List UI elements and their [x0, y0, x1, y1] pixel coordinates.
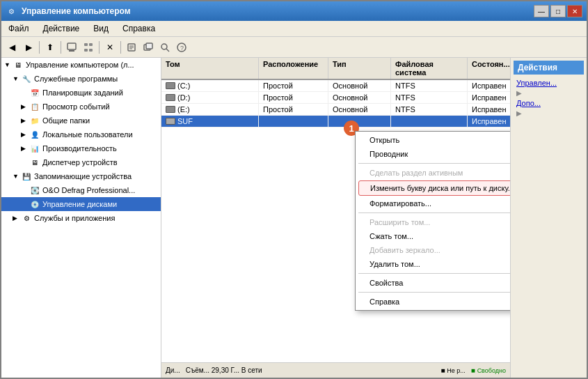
- events-icon: 📋: [29, 101, 40, 112]
- menu-file[interactable]: Файл: [4, 22, 33, 35]
- sidebar-folders-label: Общие папки: [42, 116, 90, 125]
- toolbar-sep-1: [39, 41, 40, 54]
- actions-title: Действия: [514, 61, 584, 75]
- menu-action[interactable]: Действие: [39, 22, 84, 35]
- ctx-delete[interactable]: Удалить том...: [356, 257, 510, 271]
- menu-help[interactable]: Справка: [118, 22, 159, 35]
- sidebar-item-perf[interactable]: ▶ 📊 Производительность: [1, 141, 161, 155]
- legend-not-dist: ■ Не р...: [440, 366, 465, 374]
- cell-status-c: Исправен: [468, 80, 510, 91]
- ctx-explorer[interactable]: Проводник: [356, 147, 510, 161]
- ctx-change-letter[interactable]: Изменить букву диска или путь к диску...: [358, 180, 510, 196]
- sidebar-item-storage[interactable]: ▼ 💾 Запоминающие устройства: [1, 169, 161, 183]
- table-row-selected[interactable]: SUF Исправен: [161, 116, 510, 127]
- new-window-button[interactable]: [141, 40, 156, 55]
- col-type[interactable]: Тип: [328, 58, 391, 79]
- sidebar-perf-label: Производительность: [42, 144, 117, 153]
- ctx-properties[interactable]: Свойства: [356, 276, 510, 290]
- cell-loc-d: Простой: [259, 92, 328, 103]
- action-more[interactable]: Допо...: [514, 98, 584, 109]
- ctx-help[interactable]: Справка: [356, 295, 510, 309]
- cell-name-d: (D:): [161, 92, 259, 103]
- legend-free: ■ Свободно: [471, 366, 506, 374]
- ctx-make-active: Сделать раздел активным: [356, 166, 510, 180]
- up-button[interactable]: ⬆: [42, 40, 58, 55]
- content-pane: Том Расположение Тип Файловая система Со…: [161, 58, 510, 378]
- menu-view[interactable]: Вид: [89, 22, 113, 35]
- col-fs[interactable]: Файловая система: [391, 58, 468, 79]
- sidebar-storage-label: Запоминающие устройства: [34, 172, 132, 180]
- sidebar-item-folders[interactable]: ▶ 📁 Общие папки: [1, 114, 161, 127]
- scheduler-icon: 📅: [29, 87, 40, 98]
- sidebar-item-services[interactable]: ▼ 🔧 Служебные программы: [1, 72, 161, 86]
- help-button[interactable]: ?: [174, 40, 189, 55]
- col-location[interactable]: Расположение: [259, 58, 328, 79]
- window-controls: — □ ✕: [534, 5, 582, 17]
- svg-rect-4: [84, 49, 88, 52]
- no-expand-2-icon: ▶: [21, 103, 28, 110]
- no-expand-4-icon: ▶: [21, 131, 28, 138]
- services-icon: 🔧: [21, 73, 32, 84]
- sidebar-item-defrag[interactable]: 💽 O&O Defrag Professional...: [1, 183, 161, 197]
- ctx-sep-2: [358, 212, 510, 213]
- sidebar-root[interactable]: ▼ 🖥 Управление компьютером (л...: [1, 58, 161, 72]
- sidebar-item-users[interactable]: ▶ 👤 Локальные пользователи: [1, 127, 161, 141]
- cell-status-d: Исправен: [468, 92, 510, 103]
- sidebar-item-diskmgmt[interactable]: 💿 Управление дисками: [1, 197, 161, 211]
- cell-name-suf: SUF: [161, 116, 259, 127]
- sidebar-item-events[interactable]: ▶ 📋 Просмотр событий: [1, 100, 161, 114]
- ctx-format[interactable]: Форматировать...: [356, 196, 510, 210]
- magnify-button[interactable]: [157, 40, 173, 55]
- context-menu: Открыть Проводник Сделать раздел активны…: [355, 131, 510, 311]
- tree-button[interactable]: [81, 40, 96, 55]
- cell-fs-suf: [391, 116, 468, 127]
- minimize-button[interactable]: —: [534, 5, 549, 17]
- table-row[interactable]: (C:) Простой Основной NTFS Исправен: [161, 80, 510, 92]
- computer-icon: 🖥: [13, 59, 24, 70]
- svg-rect-0: [67, 43, 76, 49]
- storage-icon: 💾: [21, 171, 32, 182]
- cell-loc-c: Простой: [259, 80, 328, 91]
- no-expand-5-icon: ▶: [21, 145, 28, 152]
- col-name[interactable]: Том: [161, 58, 259, 79]
- svg-rect-2: [84, 43, 88, 46]
- table-row[interactable]: (E:) Простой Основной NTFS Исправен: [161, 104, 510, 116]
- svg-rect-5: [89, 49, 93, 52]
- action-manage[interactable]: Управлен...: [514, 77, 584, 88]
- sidebar-scheduler-label: Планировщик заданий: [42, 88, 123, 97]
- ctx-open[interactable]: Открыть: [356, 133, 510, 147]
- toolbar-sep-2: [61, 41, 61, 54]
- table-header: Том Расположение Тип Файловая система Со…: [161, 58, 510, 80]
- no-expand-3-icon: ▶: [21, 117, 28, 124]
- show-hide-button[interactable]: [64, 40, 79, 55]
- action-more-expand-icon: ▶: [514, 109, 584, 118]
- forward-button[interactable]: ▶: [21, 40, 36, 55]
- cell-type-c: Основной: [328, 80, 391, 91]
- sidebar-defrag-label: O&O Defrag Professional...: [42, 186, 135, 194]
- sidebar-item-svcapps[interactable]: ▶ ⚙ Службы и приложения: [1, 211, 161, 225]
- cell-fs-e: NTFS: [391, 104, 468, 115]
- back-button[interactable]: ◀: [4, 40, 19, 55]
- cell-name-c: (C:): [161, 80, 259, 91]
- cell-fs-c: NTFS: [391, 80, 468, 91]
- col-status[interactable]: Состоян...: [468, 58, 510, 79]
- svg-line-13: [166, 49, 169, 52]
- window-icon: ⚙: [6, 6, 17, 17]
- properties-button[interactable]: [124, 40, 139, 55]
- perf-icon: 📊: [29, 143, 40, 154]
- disk-info: Съём... 29,30 Г... В сети: [186, 366, 262, 374]
- sidebar-item-devices[interactable]: 🖥 Диспетчер устройств: [1, 155, 161, 169]
- ctx-add-mirror: Добавить зеркало...: [356, 243, 510, 257]
- ctx-expand: Расширить том...: [356, 215, 510, 229]
- delete-button[interactable]: ✕: [102, 40, 118, 55]
- sidebar-events-label: Просмотр событий: [42, 102, 110, 111]
- expand-svcapps-icon: ▶: [13, 215, 19, 222]
- table-row[interactable]: (D:) Простой Основной NTFS Исправен: [161, 92, 510, 104]
- ctx-shrink[interactable]: Сжать том...: [356, 229, 510, 243]
- cell-status-suf: Исправен: [468, 116, 510, 127]
- maximize-button[interactable]: □: [550, 5, 566, 17]
- sidebar-item-scheduler[interactable]: 📅 Планировщик заданий: [1, 86, 161, 100]
- close-button[interactable]: ✕: [567, 5, 582, 17]
- expand-root-icon: ▼: [4, 61, 11, 68]
- main-area: ▼ 🖥 Управление компьютером (л... ▼ 🔧 Слу…: [1, 58, 587, 378]
